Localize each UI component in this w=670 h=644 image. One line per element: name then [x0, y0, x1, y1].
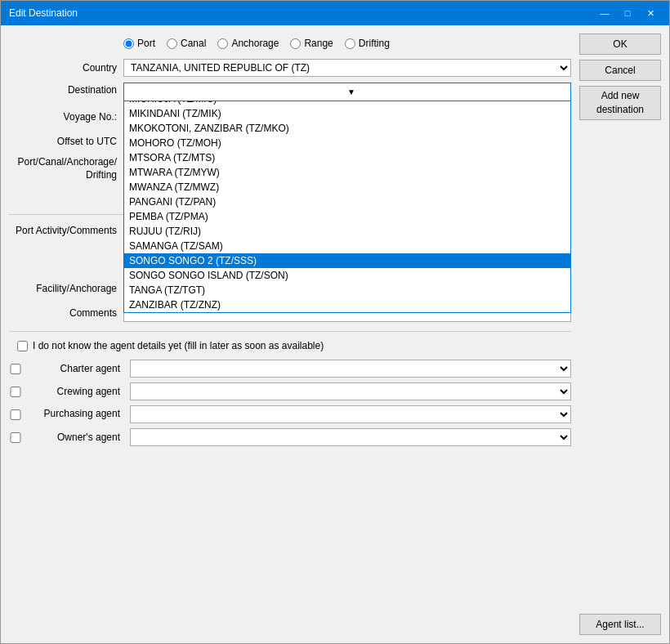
minimize-button[interactable]: — [594, 6, 615, 20]
purchasing-select[interactable] [130, 405, 571, 423]
owners-select[interactable] [130, 428, 571, 446]
list-item[interactable]: MKOKOTONI, ZANZIBAR (TZ/MKO) [124, 121, 570, 136]
purchasing-agent-row: Purchasing agent [9, 405, 571, 423]
charter-checkbox[interactable] [9, 364, 22, 374]
add-new-destination-button[interactable]: Add new destination [579, 86, 661, 120]
port-canal-label: Port/Canal/Anchorage/Drifting [9, 156, 123, 181]
charter-label: Charter agent [27, 363, 125, 374]
radio-port[interactable]: Port [123, 38, 155, 49]
purchasing-checkbox[interactable] [9, 409, 22, 420]
idonotknow-label: I do not know the agent details yet (fil… [33, 340, 324, 351]
owners-label: Owner's agent [27, 432, 125, 443]
idonotknow-row: I do not know the agent details yet (fil… [9, 340, 571, 351]
window-content: Port Canal Anchorage Range [1, 25, 669, 643]
list-item[interactable]: MOHORO (TZ/MOH) [124, 136, 570, 150]
destination-type-group: Port Canal Anchorage Range [123, 38, 390, 49]
list-item[interactable]: PEMBA (TZ/PMA) [124, 209, 570, 224]
country-select[interactable]: TANZANIA, UNITED REPUBLIC OF (TZ) [123, 59, 571, 77]
radio-anchorage[interactable]: Anchorage [217, 38, 279, 49]
destination-dropdown: ▼ DAR ES SALAAM (TZ/DAR)KIGOMA (TZ/TKQ)K… [123, 83, 571, 101]
crewing-label: Crewing agent [27, 386, 125, 397]
offset-label: Offset to UTC [9, 136, 123, 147]
radio-drifting[interactable]: Drifting [345, 38, 390, 49]
list-item[interactable]: MTWARA (TZ/MYW) [124, 165, 570, 180]
destination-label: Destination [9, 83, 123, 96]
cancel-button[interactable]: Cancel [579, 60, 661, 81]
comments-label: Comments [9, 307, 123, 319]
title-bar: Edit Destination — □ ✕ [1, 1, 669, 25]
charter-select[interactable] [130, 360, 571, 378]
crewing-checkbox[interactable] [9, 387, 22, 397]
list-item[interactable]: MTSORA (TZ/MTS) [124, 150, 570, 165]
ok-button[interactable]: OK [579, 34, 661, 55]
destination-type-row: Port Canal Anchorage Range [9, 34, 571, 53]
list-item[interactable]: SONGO SONGO 2 (TZ/SSS) [124, 253, 570, 268]
owners-agent-row: Owner's agent [9, 428, 571, 446]
list-item[interactable]: ZANZIBAR (TZ/ZNZ) [124, 297, 570, 312]
window-controls: — □ ✕ [594, 6, 661, 20]
list-item[interactable]: TANGA (TZ/TGT) [124, 283, 570, 297]
radio-range[interactable]: Range [290, 38, 333, 49]
close-button[interactable]: ✕ [640, 6, 661, 20]
list-item[interactable]: PANGANI (TZ/PAN) [124, 195, 570, 209]
destination-dropdown-list[interactable]: DAR ES SALAAM (TZ/DAR)KIGOMA (TZ/TKQ)KIL… [123, 101, 571, 313]
window-title: Edit Destination [9, 7, 78, 19]
country-label: Country [9, 62, 123, 74]
right-panel: OK Cancel Add new destination Agent list… [579, 34, 661, 635]
maximize-button[interactable]: □ [617, 6, 638, 20]
radio-canal[interactable]: Canal [167, 38, 206, 49]
list-item[interactable]: MICHIUJA (TZ/MIC) [124, 101, 570, 106]
list-item[interactable]: MIKINDANI (TZ/MIK) [124, 106, 570, 121]
charter-agent-row: Charter agent [9, 360, 571, 378]
owners-checkbox[interactable] [9, 432, 22, 443]
voyage-label: Voyage No.: [9, 111, 123, 123]
destination-input[interactable]: ▼ [123, 83, 571, 101]
purchasing-label: Purchasing agent [27, 408, 125, 421]
port-activity-label: Port Activity/Comments [9, 223, 123, 236]
list-item[interactable]: SONGO SONGO ISLAND (TZ/SON) [124, 268, 570, 283]
main-panel: Port Canal Anchorage Range [9, 34, 571, 635]
destination-row: Destination ▼ DAR ES SALAAM (TZ/DAR)KIGO… [9, 83, 571, 102]
idonotknow-checkbox[interactable] [17, 341, 28, 351]
right-spacer [579, 125, 661, 609]
agent-list-button[interactable]: Agent list... [579, 614, 661, 635]
edit-destination-window: Edit Destination — □ ✕ Port Canal [0, 0, 670, 644]
separator-2 [9, 331, 571, 332]
list-item[interactable]: MWANZA (TZ/MWZ) [124, 180, 570, 195]
facility-label: Facility/Anchorage [9, 283, 123, 294]
agent-section: Charter agent Crewing agent Purchasing a… [9, 360, 571, 446]
country-select-wrapper: TANZANIA, UNITED REPUBLIC OF (TZ) [123, 59, 571, 77]
crewing-agent-row: Crewing agent [9, 382, 571, 400]
list-item[interactable]: RUJUU (TZ/RIJ) [124, 224, 570, 239]
list-item[interactable]: SAMANGA (TZ/SAM) [124, 239, 570, 253]
crewing-select[interactable] [130, 382, 571, 400]
country-row: Country TANZANIA, UNITED REPUBLIC OF (TZ… [9, 58, 571, 78]
